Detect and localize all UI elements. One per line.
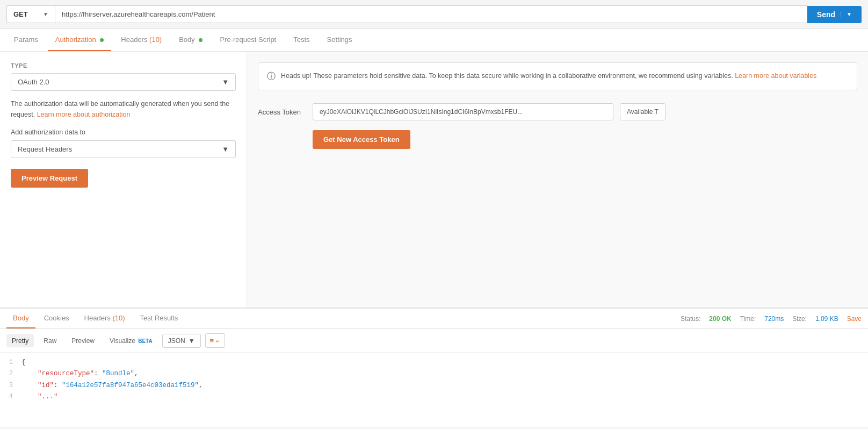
wrap-icon: ≡: [210, 337, 214, 345]
tab-settings[interactable]: Settings: [320, 29, 360, 51]
code-content-1: {: [21, 357, 868, 368]
tab-authorization[interactable]: Authorization: [48, 29, 112, 51]
preview-request-button[interactable]: Preview Request: [11, 169, 88, 188]
beta-badge: BETA: [138, 338, 152, 344]
code-line-3: 3 "id": "164a12e57fa8f947a65e4c03eda1f51…: [0, 380, 868, 391]
line-number-2: 2: [0, 368, 21, 380]
type-value: OAuth 2.0: [18, 78, 49, 86]
wrap-button[interactable]: ≡ ↵: [205, 333, 225, 348]
learn-variables-link[interactable]: Learn more about variables: [735, 72, 816, 80]
authorization-dot: [100, 38, 104, 42]
auth-description: The authorization data will be automatic…: [11, 98, 236, 120]
tab-pre-request[interactable]: Pre-request Script: [212, 29, 284, 51]
url-bar: GET ▼ Send ▼: [0, 0, 868, 29]
line-number-1: 1: [0, 357, 21, 368]
fmt-raw[interactable]: Raw: [38, 334, 62, 347]
format-bar: Pretty Raw Preview Visualize BETA JSON ▼…: [0, 329, 868, 353]
response-area: Body Cookies Headers (10) Test Results S…: [0, 308, 868, 426]
add-auth-label: Add authorization data to: [11, 128, 236, 136]
left-panel: TYPE OAuth 2.0 ▼ The authorization data …: [0, 52, 247, 308]
headers-count: (10): [149, 35, 162, 44]
tab-params[interactable]: Params: [6, 29, 46, 51]
line-number-4: 4: [0, 391, 21, 403]
json-format-select[interactable]: JSON ▼: [162, 334, 201, 348]
line-number-3: 3: [0, 380, 21, 391]
tab-body[interactable]: Body: [171, 29, 210, 51]
available-tokens-button[interactable]: Available T: [620, 103, 666, 120]
send-button[interactable]: Send ▼: [807, 6, 862, 23]
add-auth-select[interactable]: Request Headers ▼: [11, 140, 236, 158]
type-label: TYPE: [11, 62, 236, 69]
method-label: GET: [13, 10, 28, 18]
response-meta: Status: 200 OK Time: 720ms Size: 1.09 KB…: [681, 315, 862, 323]
time-value: 720ms: [764, 315, 784, 323]
code-line-2: 2 "resourceType": "Bundle",: [0, 368, 868, 380]
code-content-2: "resourceType": "Bundle",: [21, 368, 868, 380]
fmt-pretty[interactable]: Pretty: [6, 334, 34, 347]
method-chevron-icon: ▼: [43, 11, 48, 17]
method-select[interactable]: GET ▼: [6, 5, 55, 23]
resp-tab-cookies[interactable]: Cookies: [38, 309, 76, 328]
get-token-row: Get New Access Token: [258, 130, 857, 149]
resp-tab-body[interactable]: Body: [6, 309, 35, 328]
get-new-access-token-button[interactable]: Get New Access Token: [313, 130, 410, 149]
url-input[interactable]: [55, 5, 807, 23]
resp-tab-headers[interactable]: Headers (10): [78, 309, 132, 328]
send-label: Send: [817, 10, 835, 19]
json-format-label: JSON: [168, 337, 185, 345]
size-value: 1.09 KB: [815, 315, 838, 323]
tab-headers[interactable]: Headers (10): [113, 29, 169, 51]
fmt-visualize[interactable]: Visualize BETA: [104, 334, 158, 347]
request-tabs: Params Authorization Headers (10) Body P…: [0, 29, 868, 52]
type-select[interactable]: OAuth 2.0 ▼: [11, 73, 236, 91]
learn-more-link[interactable]: Learn more about authorization: [37, 111, 131, 118]
body-dot: [199, 38, 202, 42]
resp-tab-test-results[interactable]: Test Results: [134, 309, 185, 328]
code-content-3: "id": "164a12e57fa8f947a65e4c03eda1f519"…: [21, 380, 868, 391]
time-label: Time:: [740, 315, 756, 323]
send-dropdown-icon[interactable]: ▼: [841, 11, 852, 17]
size-label: Size:: [792, 315, 807, 323]
fmt-preview[interactable]: Preview: [66, 334, 100, 347]
type-chevron-icon: ▼: [222, 78, 229, 86]
add-auth-chevron-icon: ▼: [222, 145, 229, 153]
wrap-arrow-icon: ↵: [216, 339, 220, 344]
json-format-chevron-icon: ▼: [189, 337, 195, 345]
code-area: 1 { 2 "resourceType": "Bundle", 3 "id": …: [0, 353, 868, 427]
add-auth-value: Request Headers: [18, 145, 72, 153]
response-tabs-left: Body Cookies Headers (10) Test Results: [6, 309, 184, 328]
right-panel: ⓘ Heads up! These parameters hold sensit…: [247, 52, 868, 308]
access-token-label: Access Token: [258, 108, 306, 116]
code-line-1: 1 {: [0, 357, 868, 368]
code-content-4: "...": [21, 391, 868, 403]
response-tabs: Body Cookies Headers (10) Test Results S…: [0, 309, 868, 329]
alert-box: ⓘ Heads up! These parameters hold sensit…: [258, 62, 857, 90]
access-token-input[interactable]: [313, 103, 613, 120]
main-area: TYPE OAuth 2.0 ▼ The authorization data …: [0, 52, 868, 308]
code-line-4: 4 "...": [0, 391, 868, 403]
tab-tests[interactable]: Tests: [286, 29, 317, 51]
token-row: Access Token Available T: [258, 103, 857, 120]
save-response-button[interactable]: Save: [847, 315, 862, 323]
resp-headers-count: (10): [112, 314, 125, 322]
status-value: 200 OK: [709, 315, 731, 323]
alert-icon: ⓘ: [267, 71, 276, 82]
alert-text: Heads up! These parameters hold sensitiv…: [281, 70, 816, 81]
status-label: Status:: [681, 315, 700, 323]
